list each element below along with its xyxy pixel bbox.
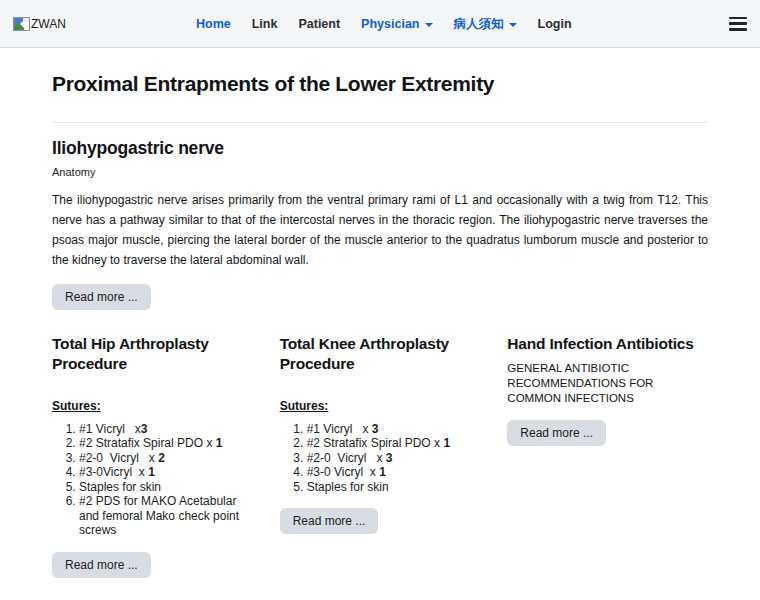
caret-down-icon <box>424 23 432 27</box>
broken-image-icon <box>13 17 30 31</box>
suture-list-item: #3-0Vicryl x 1 <box>79 465 253 480</box>
nav-link-home[interactable]: Home <box>196 17 231 31</box>
menu-toggle-hamburger-icon[interactable] <box>729 17 747 31</box>
nav-item-physician: Physician <box>361 17 432 31</box>
column-hand-infection: Hand Infection Antibiotics GENERAL ANTIB… <box>507 334 708 446</box>
suture-list-item: #2-0 Vicryl x 3 <box>307 451 481 466</box>
nav-dropdown-patient-info-zh[interactable]: 病人須知 <box>453 16 516 33</box>
divider <box>52 122 708 123</box>
column-total-knee: Total Knee Arthroplasty Procedure Suture… <box>280 334 481 534</box>
read-more-button[interactable]: Read more ... <box>280 508 379 534</box>
nav-dropdown-physician[interactable]: Physician <box>361 17 432 31</box>
suture-list-item: #2 Stratafix Spiral PDO x 1 <box>307 436 481 451</box>
article-iliohypogastric: Iliohypogastric nerve Anatomy The iliohy… <box>52 138 708 310</box>
suture-list-item: #2 PDS for MAKO Acetabular and femoral M… <box>79 494 253 538</box>
nav-physician-label: Physician <box>361 17 419 31</box>
sutures-label: Sutures: <box>52 399 253 413</box>
suture-list-item: #2-0 Vicryl x 2 <box>79 451 253 466</box>
column-title: Total Knee Arthroplasty Procedure <box>280 334 481 374</box>
read-more-button[interactable]: Read more ... <box>507 420 606 446</box>
suture-list-item: Staples for skin <box>79 480 253 495</box>
suture-list-item: #3-0 Vicryl x 1 <box>307 465 481 480</box>
nav-item-patient: Patient <box>298 17 340 31</box>
nav-link-link[interactable]: Link <box>252 17 278 31</box>
nav-link-patient[interactable]: Patient <box>298 17 340 31</box>
nav-item-home: Home <box>196 17 231 31</box>
column-title: Hand Infection Antibiotics <box>507 334 708 354</box>
sutures-label: Sutures: <box>280 399 481 413</box>
nav-patient-info-zh-label: 病人須知 <box>453 16 503 33</box>
suture-list-item: #1 Vicryl x3 <box>79 422 253 437</box>
article-columns: Total Hip Arthroplasty Procedure Sutures… <box>52 334 708 578</box>
navbar: ZWAN Home Link Patient Physician 病人須知 Lo… <box>0 0 760 48</box>
article-body-text: The iliohypogastric nerve arises primari… <box>52 190 708 270</box>
column-intro-text: GENERAL ANTIBIOTIC RECOMMENDATIONS FOR C… <box>507 361 708 406</box>
caret-down-icon <box>508 23 516 27</box>
suture-list-item: #2 Stratafix Spiral PDO x 1 <box>79 436 253 451</box>
nav-item-login: Login <box>537 17 571 31</box>
suture-list-item: #1 Vicryl x 3 <box>307 422 481 437</box>
main-content: Proximal Entrapments of the Lower Extrem… <box>0 72 760 600</box>
page-title: Proximal Entrapments of the Lower Extrem… <box>52 72 708 96</box>
article-subtitle: Anatomy <box>52 166 708 178</box>
sutures-list: #1 Vicryl x3#2 Stratafix Spiral PDO x 1#… <box>52 422 253 538</box>
article-title: Iliohypogastric nerve <box>52 138 708 159</box>
logo-alt-text: ZWAN <box>31 17 66 31</box>
logo-link[interactable]: ZWAN <box>13 17 66 31</box>
read-more-button[interactable]: Read more ... <box>52 284 151 310</box>
nav-item-patient-info-zh: 病人須知 <box>453 16 516 33</box>
column-total-hip: Total Hip Arthroplasty Procedure Sutures… <box>52 334 253 578</box>
nav-item-link: Link <box>252 17 278 31</box>
nav-link-login[interactable]: Login <box>537 17 571 31</box>
column-title: Total Hip Arthroplasty Procedure <box>52 334 253 374</box>
sutures-list: #1 Vicryl x 3#2 Stratafix Spiral PDO x 1… <box>280 422 481 495</box>
suture-list-item: Staples for skin <box>307 480 481 495</box>
read-more-button[interactable]: Read more ... <box>52 552 151 578</box>
main-nav: Home Link Patient Physician 病人須知 Login <box>196 0 572 48</box>
